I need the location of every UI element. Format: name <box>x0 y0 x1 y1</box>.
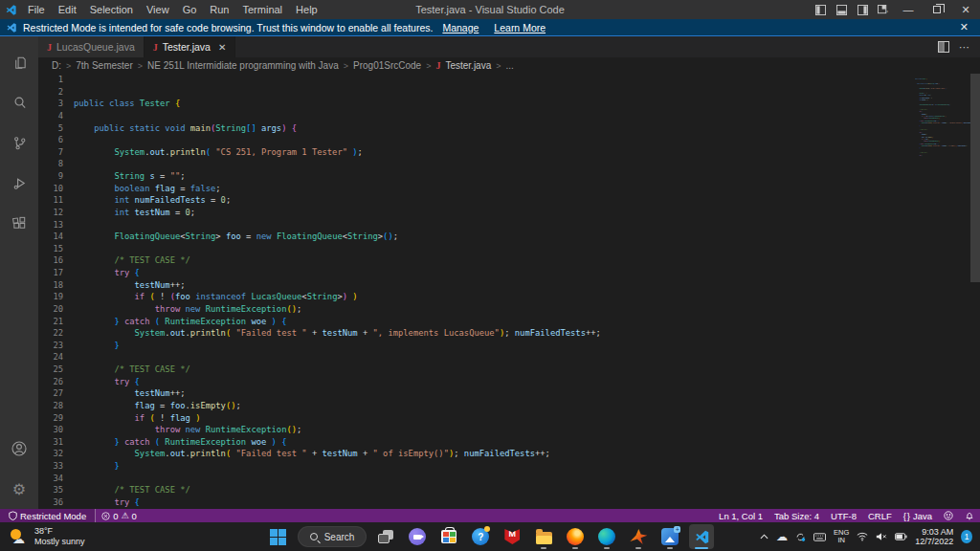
toggle-sidebar-icon[interactable] <box>810 0 831 19</box>
code-line: 29 if ( ! flag ) <box>38 412 980 425</box>
vscode-taskbar-button[interactable] <box>689 524 714 549</box>
cursor-position-status[interactable]: Ln 1, Col 1 <box>713 509 768 522</box>
code-line: 23 } <box>38 340 980 352</box>
taskbar-search[interactable]: Search <box>298 526 368 547</box>
code-line: 21 } catch ( RuntimeException woe ) { <box>38 316 980 328</box>
volume-muted-icon[interactable] <box>876 532 887 541</box>
settings-gear-icon[interactable]: ⚙ <box>0 469 38 509</box>
breadcrumb-item[interactable]: NE 251L Intermidiate programming with Ja… <box>147 60 339 71</box>
code-line: 22 System.out.println( "Failed test " + … <box>38 327 980 340</box>
restricted-mode-banner: Restricted Mode is intended for safe cod… <box>0 19 980 36</box>
breadcrumb-item[interactable]: Prog01SrcCode <box>353 60 421 71</box>
code-line: 10 boolean flag = false; <box>38 183 980 195</box>
sync-icon[interactable] <box>795 532 806 542</box>
search-icon[interactable] <box>0 82 38 122</box>
indentation-status[interactable]: Tab Size: 4 <box>768 509 825 522</box>
customize-layout-icon[interactable]: ° <box>873 0 894 19</box>
line-number: 7 <box>38 146 63 159</box>
photos-button[interactable]: + <box>657 524 682 549</box>
menu-go[interactable]: Go <box>176 0 204 19</box>
shield-icon <box>9 511 17 520</box>
mcafee-button[interactable]: M <box>500 524 524 549</box>
tab-lucasqueue[interactable]: J LucasQueue.java <box>38 36 145 57</box>
java-file-icon: J <box>153 42 158 53</box>
chat-button[interactable] <box>405 524 430 549</box>
code-line: 6 <box>38 134 980 146</box>
line-number: 35 <box>38 484 63 496</box>
accounts-icon[interactable] <box>0 429 38 469</box>
breadcrumb-item[interactable]: Tester.java <box>445 60 491 71</box>
errors-count: 0 <box>113 511 118 521</box>
menu-run[interactable]: Run <box>203 0 235 19</box>
line-number: 22 <box>38 327 63 340</box>
language-indicator[interactable]: ENGIN <box>834 529 849 544</box>
notification-badge[interactable]: 1 <box>961 530 972 543</box>
task-view-button[interactable] <box>373 524 398 549</box>
start-button[interactable] <box>266 524 291 549</box>
line-number: 34 <box>38 473 63 485</box>
menu-selection[interactable]: Selection <box>83 0 140 19</box>
store-icon <box>441 530 457 543</box>
firefox-button[interactable] <box>563 524 588 549</box>
breadcrumb-item[interactable]: ... <box>506 60 514 71</box>
toggle-panel-icon[interactable] <box>831 0 852 19</box>
microsoft-store-button[interactable] <box>436 524 461 549</box>
extensions-icon[interactable] <box>0 203 38 243</box>
tray-chevron-icon[interactable] <box>760 534 768 540</box>
file-explorer-button[interactable] <box>531 524 556 549</box>
weather-widget[interactable]: ☁ 38°FMostly sunny <box>0 526 220 547</box>
touch-keyboard-icon[interactable] <box>813 533 826 541</box>
more-actions-icon[interactable]: ⋯ <box>959 41 970 54</box>
menu-terminal[interactable]: Terminal <box>236 0 290 19</box>
editor-group: J LucasQueue.java J Tester.java ✕ ⋯ D:>7… <box>38 36 980 509</box>
get-help-button[interactable]: ? <box>468 524 493 549</box>
code-line: 35 /* TEST CASE */ <box>38 484 980 496</box>
warnings-count: 0 <box>132 511 137 521</box>
banner-manage-link[interactable]: Manage <box>442 22 479 33</box>
menu-help[interactable]: Help <box>289 0 324 19</box>
code-line: 3public class Tester { <box>38 98 980 110</box>
banner-learn-more-link[interactable]: Learn More <box>494 22 546 33</box>
tab-tester[interactable]: J Tester.java ✕ <box>145 36 236 57</box>
code-editor[interactable]: 123public class Tester {45 public static… <box>38 74 980 509</box>
clock[interactable]: 9:03 AM12/7/2022 <box>915 527 953 547</box>
close-window-button[interactable]: ✕ <box>951 0 980 19</box>
banner-close-icon[interactable]: ✕ <box>954 21 974 33</box>
menu-file[interactable]: File <box>21 0 52 19</box>
onedrive-cloud-icon[interactable]: ☁ <box>776 530 788 543</box>
matlab-button[interactable] <box>626 524 651 549</box>
problems-status[interactable]: 0 ⚠ 0 <box>96 509 143 522</box>
menu-view[interactable]: View <box>140 0 176 19</box>
warnings-icon: ⚠ <box>121 511 128 520</box>
eol-status[interactable]: CRLF <box>862 509 898 522</box>
source-control-icon[interactable] <box>0 122 38 163</box>
toggle-secondary-sidebar-icon[interactable] <box>852 0 873 19</box>
minimap[interactable]: public class Tester { public static void… <box>915 74 970 509</box>
explorer-icon[interactable] <box>0 42 38 82</box>
run-debug-icon[interactable] <box>0 163 38 203</box>
windows-taskbar: ☁ 38°FMostly sunny Search ? M + ☁ ENGIN … <box>0 522 980 551</box>
line-number: 15 <box>38 243 63 255</box>
chat-icon <box>409 528 426 545</box>
main-area: ⚙ J LucasQueue.java J Tester.java ✕ ⋯ D:… <box>0 36 980 509</box>
language-mode-status[interactable]: { }Java <box>898 509 938 522</box>
encoding-status[interactable]: UTF-8 <box>825 509 862 522</box>
code-line: 32 System.out.println( "Failed test " + … <box>38 448 980 460</box>
menu-edit[interactable]: Edit <box>52 0 83 19</box>
tab-close-icon[interactable]: ✕ <box>218 42 226 53</box>
restricted-mode-status[interactable]: Restricted Mode <box>0 509 96 522</box>
minimize-button[interactable]: ― <box>894 0 923 19</box>
feedback-icon[interactable] <box>938 509 959 522</box>
notifications-bell-icon[interactable] <box>959 509 980 522</box>
code-line: 30 throw new RuntimeException(); <box>38 424 980 436</box>
firefox-icon <box>567 528 584 545</box>
edge-button[interactable] <box>594 524 619 549</box>
line-number: 3 <box>38 98 63 110</box>
restore-button[interactable] <box>923 0 951 19</box>
split-editor-icon[interactable] <box>938 41 949 53</box>
editor-scrollbar[interactable] <box>970 74 980 282</box>
breadcrumb-item[interactable]: D: <box>52 60 61 71</box>
wifi-icon[interactable] <box>857 532 868 541</box>
battery-icon[interactable] <box>895 533 907 540</box>
breadcrumb-item[interactable]: 7th Semester <box>76 60 132 71</box>
